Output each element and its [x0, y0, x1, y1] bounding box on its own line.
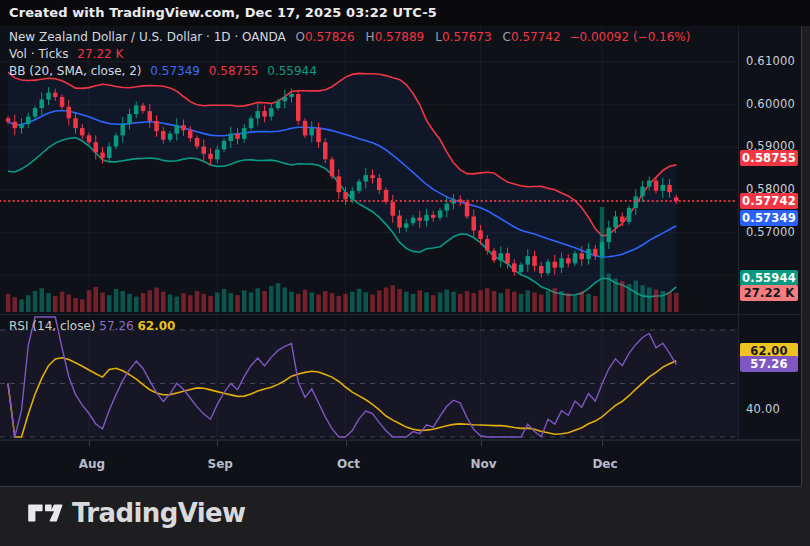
- rsi-study-title[interactable]: RSI (14, close): [9, 319, 95, 333]
- volume-badge[interactable]: 27.22 K: [740, 285, 798, 301]
- volume-study-row[interactable]: Vol · Ticks 27.22 K: [9, 46, 690, 63]
- bb-study-row[interactable]: BB (20, SMA, close, 2) 0.57349 0.58755 0…: [9, 63, 690, 80]
- price-tick-label: 0.61000: [746, 54, 795, 68]
- open-value: 0.57826: [305, 30, 355, 44]
- close-label: C: [503, 30, 511, 44]
- high-value: 0.57889: [375, 30, 425, 44]
- month-label-sep[interactable]: Sep: [208, 457, 233, 471]
- rsi-ma-value: 62.00: [138, 319, 176, 333]
- bb-upper-badge[interactable]: 0.58755: [740, 150, 798, 166]
- bb-study-title[interactable]: BB (20, SMA, close, 2): [9, 64, 142, 78]
- price-tick-label: 0.60000: [746, 97, 795, 111]
- rsi-tick-label: 40.00: [746, 402, 780, 416]
- last-price-badge[interactable]: 0.57742: [740, 193, 798, 209]
- tradingview-logo-icon: [27, 498, 63, 528]
- price-tick-label: 0.57000: [746, 225, 795, 239]
- month-label-aug[interactable]: Aug: [79, 457, 105, 471]
- tradingview-logo[interactable]: TradingView: [27, 498, 246, 528]
- time-tick-mark: [217, 441, 218, 446]
- attribution-bar: Created with TradingView.com, Dec 17, 20…: [0, 0, 810, 26]
- tradingview-snapshot: Created with TradingView.com, Dec 17, 20…: [0, 0, 810, 546]
- time-tick-mark: [89, 441, 90, 446]
- bb-lower-value: 0.55944: [267, 64, 317, 78]
- tradingview-logo-text: TradingView: [72, 498, 246, 528]
- symbol-legend: New Zealand Dollar / U.S. Dollar · 1D · …: [9, 29, 690, 80]
- rsi-pane-canvas[interactable]: [0, 315, 801, 439]
- symbol-info-row[interactable]: New Zealand Dollar / U.S. Dollar · 1D · …: [9, 29, 690, 46]
- month-label-oct[interactable]: Oct: [337, 457, 360, 471]
- pane-separator[interactable]: [0, 314, 801, 315]
- bb-upper-value: 0.58755: [209, 64, 259, 78]
- volume-study-title[interactable]: Vol · Ticks: [9, 47, 69, 61]
- symbol-title[interactable]: New Zealand Dollar / U.S. Dollar · 1D · …: [9, 30, 286, 44]
- rsi-badge[interactable]: 57.26: [740, 356, 798, 372]
- time-tick-mark: [602, 441, 603, 446]
- rsi-value: 57.26: [99, 319, 133, 333]
- close-value: 0.57742: [511, 30, 561, 44]
- bb-lower-badge[interactable]: 0.55944: [740, 270, 798, 286]
- chart-widget[interactable]: New Zealand Dollar / U.S. Dollar · 1D · …: [0, 26, 802, 487]
- time-tick-mark: [481, 441, 482, 446]
- month-label-dec[interactable]: Dec: [592, 457, 617, 471]
- change-value: −0.00092 (−0.16%): [569, 30, 690, 44]
- volume-study-value: 27.22 K: [77, 47, 123, 61]
- high-label: H: [366, 30, 375, 44]
- rsi-legend-row[interactable]: RSI (14, close) 57.26 62.00: [9, 319, 175, 333]
- time-axis[interactable]: AugSepOctNovDec: [0, 440, 801, 487]
- bb-basis-value: 0.57349: [150, 64, 200, 78]
- attribution-text: Created with TradingView.com, Dec 17, 20…: [9, 5, 437, 20]
- time-tick-mark: [346, 441, 347, 446]
- month-label-nov[interactable]: Nov: [470, 457, 496, 471]
- low-value: 0.57673: [442, 30, 492, 44]
- open-label: O: [296, 30, 305, 44]
- footer-bar: TradingView: [0, 487, 810, 546]
- low-label: L: [435, 30, 442, 44]
- bb-basis-badge[interactable]: 0.57349: [740, 210, 798, 226]
- price-scale[interactable]: 0.610000.600000.590000.580000.5700040.00…: [739, 26, 801, 440]
